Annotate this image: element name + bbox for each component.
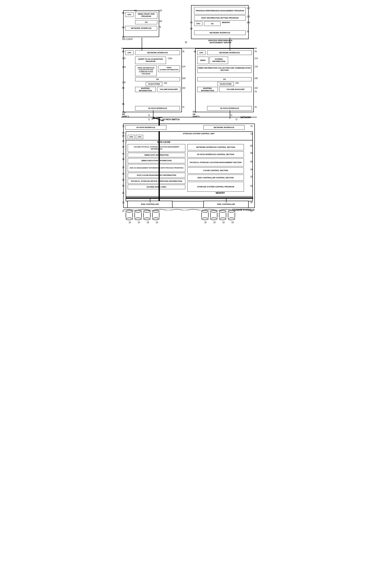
dbms-data-info-box: DBMS DATA INFORMATION (128, 153, 185, 157)
ref-40: 40 (122, 153, 124, 155)
ref-78-ppm: 78 (247, 30, 249, 33)
ref-18-6: 18 (213, 221, 216, 224)
storage-iopath: I/O PATH INTERFACE (125, 125, 166, 130)
vline-net-to-host2 (230, 48, 230, 51)
ref-56: 56 (250, 161, 253, 163)
ref-16-right: 16 (250, 201, 253, 204)
ref-54: 54 (250, 168, 253, 171)
db-client-os: OS (135, 20, 157, 24)
ref-80b: 80b (193, 111, 196, 113)
network-line-h (121, 117, 257, 117)
ref-100-host1: 100 (182, 77, 186, 79)
ref-120: 120 (122, 57, 126, 59)
host2-schema-info: SCHEMA INFORMATION (210, 57, 228, 64)
ref-84-host1: 84 (122, 50, 124, 53)
thick-hline-storage-to-disks (126, 198, 253, 199)
dbms-exec-info-box: DBMS EXECUTION INFORMATION (128, 158, 185, 163)
host2-netif: NETWORK INTERFACE (207, 50, 252, 55)
disk-io-mgmt-box: DISK I/O MANAGEMENT INFORMATION WITH PRO… (128, 164, 185, 172)
host1-volume-mgr: VOLUME MANAGER (157, 87, 180, 92)
ref-106-host1: 106 (122, 81, 126, 84)
host1-filesystem: FILESYSTEM (146, 82, 162, 86)
ref-18-4: 18 (156, 221, 158, 224)
data-cache-mgmt-box: DATA CACHE MANAGEMENT INFORMATION (128, 173, 185, 178)
ref-52: 52 (250, 176, 253, 178)
ref-102-host1: 102 (182, 87, 186, 89)
storage-control-unit-label: STORAGE SYSTEM CONTROL UNIT (183, 133, 215, 135)
host1-query-plan: QUERY PLAN ACQUISITION PROGRAM (135, 57, 166, 64)
ppm-netif: NETWORK INTERFACE (194, 30, 245, 35)
host2-iopath: I/O PATH INTERFACE (207, 106, 252, 111)
ref-70-storage: 70 (122, 125, 124, 128)
ref-60: 60 (250, 145, 253, 147)
ref-70-host1: 70 (182, 106, 184, 108)
db-host1-label: DBHOST 1 (122, 113, 129, 117)
vline-host2-switch (230, 111, 230, 119)
storage-bus-v (159, 131, 160, 206)
ref-88-ppm: 88 (190, 28, 192, 30)
db-client-netif: NETWORK INTERFACE (125, 26, 157, 30)
storage-cpu2: CPU (136, 135, 143, 139)
disk-ctrl-control-box: DISK CONTROLLER CONTROL SECTION (187, 175, 244, 181)
host1-os: OS (135, 77, 180, 81)
vline-diskctrl-right (226, 199, 226, 202)
ref-78-clientnet: 78 (159, 26, 161, 28)
db-client-label: DB CLIENT (122, 38, 133, 40)
ref-12: 12 (250, 133, 253, 135)
ref-81: 81 (122, 36, 124, 38)
ref-58: 58 (250, 152, 253, 154)
ref-24-1: 24 (122, 132, 124, 134)
ref-26: 26 (122, 192, 124, 194)
ref-24-2: 24 (122, 135, 124, 137)
phys-storage-loc-box: PHYSICAL STORAGE LOCATION MANAGEMENT SEC… (187, 158, 244, 166)
iopath-control-box: I/O PATH INTERFACE CONTROL SECTION (187, 151, 244, 158)
storage-netif: NETWORK INTERFACE (203, 125, 244, 130)
iopath-switch-label: I/O PATH SWITCH (162, 118, 179, 121)
vline-net-to-host1 (142, 48, 142, 51)
ref-126: 126 (159, 10, 162, 12)
ref-18-5: 18 (204, 221, 206, 224)
ref-130: 130 (247, 15, 250, 18)
shared-work-box: SHARED WORK AREA (128, 185, 185, 189)
ref-22-right: 22 (250, 210, 253, 212)
netif-control-box: NETWORK INTERFACE CONTROL SECTION (187, 144, 244, 150)
ref-72: 72 (235, 118, 238, 121)
ppm-server-label: PROCESS PERFORMANCEMANAGEMENT SERVER (192, 40, 249, 44)
disk-group-left (126, 210, 159, 220)
ref-18-3: 18 (147, 221, 149, 224)
ref-100-host2: 100 (254, 77, 258, 79)
ref-118: 118 (122, 66, 126, 68)
storage-sys-ctrl-prog-box: STORAGE SYSTEM CONTROL PROGRAM (187, 182, 244, 192)
host1-cpu: CPU (125, 50, 134, 55)
host2-filesystem: FILESYSTEM (217, 82, 234, 86)
ref-100-ppm: 100 (247, 21, 250, 24)
ref-30: 30 (122, 185, 124, 187)
ref-32: 32 (122, 179, 124, 181)
host1-netif: NETWORK INTERFACE (135, 50, 180, 55)
ref-38: 38 (122, 158, 124, 160)
host2-volume-mgr: VOLUME MANAGER (219, 87, 252, 92)
ref-88-left: 88 (122, 26, 124, 29)
ppm-os: OS (204, 21, 220, 26)
memory-ppm-label: MEMORY (222, 21, 230, 24)
ref-82: 82 (185, 41, 187, 43)
ref-84-left: 84 (122, 12, 124, 14)
ref-36: 36 (122, 166, 124, 169)
ref-84-top: 84 (134, 10, 136, 12)
ref-86: 86 (122, 103, 124, 105)
ref-84-ppm: 84 (190, 21, 192, 24)
ref-78-host1: 78 (182, 50, 184, 53)
disk-group-right (201, 210, 235, 220)
ref-28: 28 (122, 140, 124, 142)
ref-102-host2: 102 (254, 87, 258, 89)
ppm-program-box: PROCESS PERFORMANCE MANAGEMENT PROGRAM (194, 7, 245, 14)
phys-storage-dev-box: PHYSICAL STORAGE DEVICE OPERATING INFORM… (128, 179, 185, 184)
host1-mapping: MAPPING INFORMATION (135, 87, 156, 92)
ref-18-8: 18 (231, 221, 234, 224)
host-info-setting-box: HOST INFORMATION SETTING PROGRAM (194, 15, 245, 21)
memory-storage-label: MEMORY (216, 192, 225, 194)
vline-ppm-to-net (230, 38, 230, 48)
ref-132: 132 (247, 7, 250, 9)
ref-100-left: 100 (159, 20, 162, 22)
host1-dbms-info-acq: DBMS INFORMATION ACQUISITION AND COMMUNI… (135, 65, 157, 76)
